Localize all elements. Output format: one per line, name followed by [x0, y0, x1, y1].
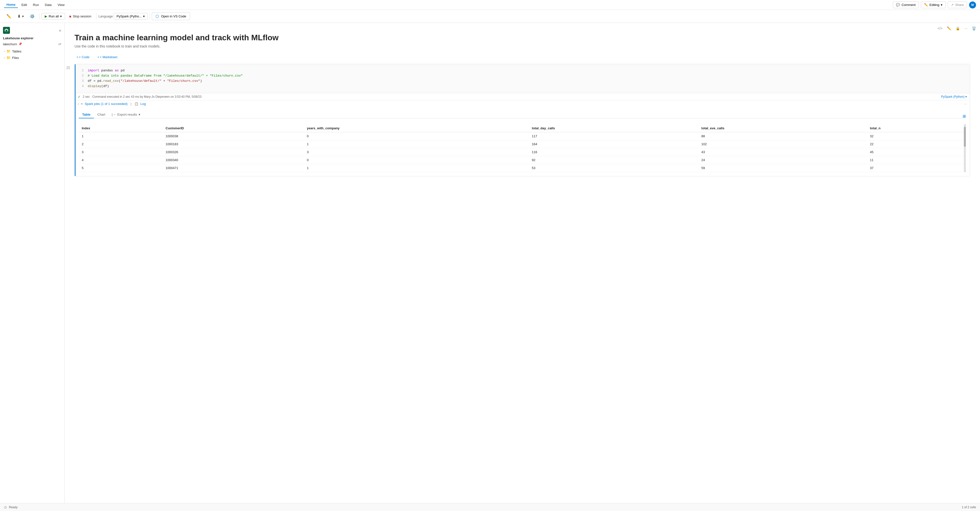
code-toggle-button[interactable]: </> — [936, 26, 944, 31]
cell-years: 0 — [304, 156, 529, 164]
cell-customerid: 1000038 — [163, 132, 304, 140]
table-row: 1 1000038 0 117 88 32 — [79, 132, 966, 140]
cell-years: 1 — [304, 164, 529, 172]
separator-1 — [39, 13, 40, 19]
cell-customerid: 1000340 — [163, 156, 304, 164]
sidebar-item-files[interactable]: › 📁 Files — [0, 54, 64, 61]
exec-detail: 2 sec · Command executed in 2 sec 43 ms … — [83, 95, 939, 99]
add-markdown-button[interactable]: + + Markdown — [95, 54, 119, 60]
folder-icon: 📁 — [6, 49, 11, 53]
cell-customerid: 1000326 — [163, 148, 304, 156]
stop-session-button[interactable]: ■ Stop session — [66, 13, 94, 20]
download-button[interactable]: ⬇ ▾ — [15, 13, 26, 20]
scrollbar[interactable] — [964, 125, 966, 172]
table-view-button[interactable]: ⊞ — [963, 114, 966, 119]
share-button[interactable]: ↗ Share — [948, 2, 967, 8]
stop-icon: ■ — [69, 14, 71, 18]
status-bar: ⊙ Ready 1 of 2 cells — [0, 503, 980, 511]
chevron-right-icon[interactable]: › — [78, 102, 79, 106]
edit-icon: ✏️ — [6, 14, 11, 19]
pencil-icon: ✏️ — [924, 3, 928, 7]
gear-icon: ⚙️ — [30, 14, 35, 19]
edit-icon-button[interactable]: ✏️ — [4, 13, 14, 20]
collapse-sidebar-button[interactable]: « — [59, 28, 61, 33]
edit-cell-button[interactable]: ✏️ — [945, 26, 953, 31]
lakehouse-logo — [3, 27, 10, 34]
line-num-2: 2 — [79, 73, 84, 78]
col-header-day-calls: total_day_calls — [529, 125, 698, 132]
menu-item-edit[interactable]: Edit — [19, 2, 29, 8]
share-icon: ↗ — [951, 3, 954, 7]
sidebar-title: Lakehouse explorer — [0, 36, 64, 41]
editing-button[interactable]: ✏️ Editing ▾ — [921, 2, 946, 8]
menu-item-home[interactable]: Home — [4, 2, 18, 8]
cell-day-calls: 164 — [529, 140, 698, 148]
menu-item-run[interactable]: Run — [30, 2, 41, 8]
plus-icon: + — [97, 55, 99, 59]
table-row: 4 1000340 0 92 24 11 — [79, 156, 966, 164]
avatar[interactable]: M — [969, 2, 976, 8]
notebook-subtitle: Use the code in this notebook to train a… — [75, 44, 970, 48]
export-results-button[interactable]: |→ Export results ▾ — [110, 112, 142, 117]
cell-number: [2] — [67, 66, 70, 69]
cell-years: 1 — [304, 140, 529, 148]
cell-eve-calls: 24 — [698, 156, 867, 164]
menu-item-view[interactable]: View — [55, 2, 67, 8]
code-cell[interactable]: 1import pandas as pd 2# Load data into p… — [75, 64, 970, 176]
chevron-down-icon: ▾ — [941, 3, 942, 7]
chevron-down-icon: ▾ — [138, 113, 140, 117]
lang-badge[interactable]: PySpark (Python) ▾ — [941, 95, 967, 99]
add-code-button[interactable]: + + Code — [75, 54, 91, 60]
chevron-down-icon: ▾ — [965, 95, 967, 99]
more-options-button[interactable]: ··· — [963, 26, 969, 31]
chevron-right-icon: › — [4, 50, 5, 53]
lock-cell-button[interactable]: 🔒 — [954, 26, 961, 31]
code-line-4: 4display(df) — [79, 84, 966, 89]
col-header-customerid: CustomerID — [163, 125, 304, 132]
line-num-4: 4 — [79, 84, 84, 89]
play-icon: ▶ — [45, 14, 47, 18]
tab-chart[interactable]: Chart — [94, 111, 109, 118]
spark-jobs-label[interactable]: Spark jobs (1 of 1 succeeded) — [85, 102, 128, 106]
refresh-icon[interactable]: ⇄ — [58, 42, 61, 46]
cell-wrapper: [2] 1import pandas as pd 2# Load data in… — [75, 64, 970, 176]
log-button[interactable]: Log — [140, 102, 146, 106]
comment-icon: 💬 — [896, 3, 900, 7]
cell-total-n: 32 — [867, 132, 966, 140]
lakehouse-name: lakechurn 📌 ⇄ — [0, 41, 64, 47]
code-line-3: 3df = pd.read_csv("/lakehouse/default/" … — [79, 78, 966, 84]
col-header-total-n: total_n — [867, 125, 966, 132]
cell-day-calls: 53 — [529, 164, 698, 172]
log-icon: 📋 — [134, 102, 138, 106]
col-header-years: years_with_company — [304, 125, 529, 132]
table-row: 3 1000326 3 116 43 45 — [79, 148, 966, 156]
add-cell-bar: + + Code + + Markdown — [75, 54, 970, 60]
separator-3 — [150, 13, 150, 19]
cell-customerid: 1000471 — [163, 164, 304, 172]
delete-cell-button[interactable]: 🗑️ — [970, 26, 977, 31]
cell-index: 2 — [79, 140, 163, 148]
comment-button[interactable]: 💬 Comment — [893, 2, 919, 8]
cell-years: 0 — [304, 132, 529, 140]
cell-index: 4 — [79, 156, 163, 164]
spark-jobs-icon: ≡ — [81, 102, 83, 106]
cell-eve-calls: 43 — [698, 148, 867, 156]
chevron-down-icon: ▾ — [60, 14, 62, 18]
cell-eve-calls: 102 — [698, 140, 867, 148]
plus-icon: + — [76, 55, 78, 59]
output-tabs: Table Chart |→ Export results ▾ — [79, 111, 963, 118]
menu-item-data[interactable]: Data — [42, 2, 54, 8]
language-selector[interactable]: PySpark (Pytho... ▾ — [114, 13, 148, 20]
notebook-title: Train a machine learning model and track… — [75, 33, 970, 42]
tab-table[interactable]: Table — [79, 111, 94, 118]
code-line-2: 2# Load data into pandas DataFrame from … — [79, 73, 966, 78]
sidebar-item-tables[interactable]: › 📁 Tables — [0, 48, 64, 54]
open-vscode-button[interactable]: ⬡ Open in VS Code — [152, 13, 190, 20]
scrollbar-thumb[interactable] — [964, 127, 966, 147]
spark-more-button[interactable]: ··· — [964, 102, 967, 106]
data-table: Index CustomerID years_with_company tota… — [79, 125, 966, 172]
run-all-button[interactable]: ▶ Run all ▾ — [41, 13, 65, 20]
table-row: 5 1000471 1 53 59 37 — [79, 164, 966, 172]
settings-button[interactable]: ⚙️ — [27, 13, 37, 20]
cell-index: 5 — [79, 164, 163, 172]
